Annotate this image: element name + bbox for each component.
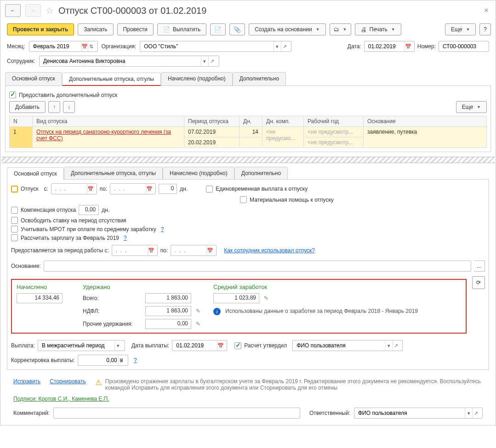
calendar-icon[interactable]: 📅 bbox=[405, 41, 411, 51]
open-ref-icon[interactable]: ↗ bbox=[208, 56, 216, 66]
storno-link[interactable]: Сторнировать bbox=[50, 378, 86, 385]
period-to-label: по: bbox=[160, 247, 168, 254]
other-label: Прочие удержания: bbox=[83, 321, 143, 327]
cell-vacation-type[interactable]: Отпуск на период санаторно-курортного ле… bbox=[36, 129, 171, 142]
signatures-link[interactable]: Подписи: Кротов С.И., Каменева Е.П. bbox=[13, 396, 109, 402]
warning-icon: ⚠ bbox=[95, 378, 102, 387]
structure-button[interactable]: ▼ bbox=[330, 23, 351, 35]
correction-field[interactable] bbox=[81, 355, 118, 365]
help-link[interactable]: ? bbox=[134, 357, 137, 363]
tab2-additional[interactable]: Дополнительные отпуска, отгулы bbox=[64, 167, 163, 179]
payment-date-field[interactable] bbox=[175, 340, 217, 351]
calendar-icon[interactable]: 📅 bbox=[146, 184, 153, 194]
tab-additional[interactable]: Дополнительные отпуска, отгулы bbox=[62, 73, 161, 86]
month-field[interactable] bbox=[32, 41, 81, 51]
grant-additional-checkbox[interactable] bbox=[9, 91, 16, 98]
calc-month-label: Рассчитать зарплату за Февраль 2019 bbox=[21, 235, 119, 241]
calendar-icon[interactable]: 📅 bbox=[206, 245, 213, 255]
help-link[interactable]: ? bbox=[161, 226, 164, 233]
tab-extra[interactable]: Дополнительно bbox=[233, 72, 286, 85]
onetime-checkbox[interactable] bbox=[206, 186, 213, 193]
how-used-link[interactable]: Как сотрудник использовал отпуск? bbox=[224, 247, 315, 254]
calendar-icon[interactable]: 📅 bbox=[81, 41, 88, 51]
material-checkbox[interactable] bbox=[240, 196, 247, 203]
chevron-down-icon[interactable]: ▾ bbox=[274, 41, 281, 51]
tab2-extra[interactable]: Дополнительно bbox=[234, 167, 288, 179]
chevron-down-icon[interactable]: ▾ bbox=[465, 408, 472, 418]
free-rate-checkbox[interactable] bbox=[11, 217, 18, 224]
more-button[interactable]: Еще ▼ bbox=[445, 23, 476, 35]
attach-button[interactable] bbox=[229, 23, 245, 35]
payment-label: Выплата: bbox=[11, 342, 35, 349]
calc-icon[interactable]: 🖩 bbox=[118, 355, 125, 365]
org-field[interactable] bbox=[143, 41, 274, 51]
calendar-icon[interactable]: 📅 bbox=[148, 245, 154, 255]
basis-field[interactable] bbox=[47, 261, 468, 271]
calendar-icon[interactable]: 📅 bbox=[217, 340, 224, 351]
fix-link[interactable]: Исправить bbox=[13, 378, 40, 385]
info-text: Использованы данные о заработке за перио… bbox=[225, 308, 418, 314]
pencil-icon[interactable]: ✎ bbox=[264, 295, 268, 301]
col-days: Дн. bbox=[239, 116, 262, 127]
add-row-button[interactable]: Добавить bbox=[9, 101, 46, 113]
org-label: Организация: bbox=[102, 43, 137, 50]
info-icon: i bbox=[213, 308, 221, 315]
table-row[interactable]: 1 Отпуск на период санаторно-курортного … bbox=[10, 127, 487, 137]
star-icon[interactable]: ☆ bbox=[46, 5, 54, 16]
period-to-field[interactable] bbox=[174, 245, 206, 255]
ellipsis-button[interactable]: … bbox=[474, 261, 485, 272]
number-field[interactable] bbox=[442, 41, 486, 51]
comment-field[interactable] bbox=[57, 408, 297, 418]
refresh-button[interactable]: ⟳ bbox=[472, 276, 485, 289]
tab2-accrued[interactable]: Начислено (подробно) bbox=[163, 167, 234, 179]
responsible-field[interactable] bbox=[357, 408, 465, 418]
employee-field[interactable] bbox=[42, 56, 201, 66]
chevron-down-icon[interactable]: ▾ bbox=[114, 340, 122, 351]
save-button[interactable]: Записать bbox=[78, 23, 113, 35]
stepper-icon[interactable]: ⇅ bbox=[88, 41, 94, 51]
pencil-icon[interactable]: ✎ bbox=[196, 308, 200, 314]
sheet-button[interactable] bbox=[210, 23, 226, 35]
move-up-button[interactable]: ↑ bbox=[48, 101, 60, 113]
chevron-down-icon[interactable]: ▾ bbox=[385, 340, 393, 351]
help-link[interactable]: ? bbox=[124, 235, 127, 241]
open-ref-icon[interactable]: ↗ bbox=[281, 41, 288, 51]
nav-back-button[interactable]: ← bbox=[5, 4, 21, 17]
close-icon[interactable]: × bbox=[482, 6, 491, 15]
avg-value: 1 023,89 bbox=[213, 293, 259, 303]
free-rate-label: Освободить ставку на период отсутствия bbox=[21, 217, 126, 224]
comp-unit: дн. bbox=[102, 207, 109, 213]
open-ref-icon[interactable]: ↗ bbox=[472, 408, 479, 418]
approver-field[interactable] bbox=[296, 340, 385, 351]
table-more-button[interactable]: Еще ▼ bbox=[456, 101, 487, 113]
vac-to-field[interactable] bbox=[113, 184, 146, 194]
calc-month-checkbox[interactable] bbox=[11, 234, 18, 241]
from-label: с: bbox=[44, 186, 48, 192]
open-ref-icon[interactable]: ↗ bbox=[393, 340, 400, 351]
compensation-checkbox[interactable] bbox=[11, 207, 18, 214]
approved-checkbox[interactable] bbox=[234, 342, 241, 349]
post-button[interactable]: Провести bbox=[117, 23, 154, 35]
tab-main-vacation[interactable]: Основной отпуск bbox=[5, 72, 62, 85]
print-button[interactable]: Печать ▼ bbox=[355, 23, 401, 35]
cell-n: 1 bbox=[10, 127, 33, 148]
create-based-button[interactable]: Создать на основании ▼ bbox=[249, 23, 325, 35]
cell-basis: заявление, путевка bbox=[364, 127, 487, 148]
vacation-checkbox[interactable] bbox=[11, 186, 18, 193]
pencil-icon[interactable]: ✎ bbox=[196, 321, 200, 327]
post-and-close-button[interactable]: Провести и закрыть bbox=[7, 23, 74, 35]
help-button[interactable]: ? bbox=[479, 23, 491, 35]
tab2-main[interactable]: Основной отпуск bbox=[7, 167, 64, 180]
tab-accrued[interactable]: Начислено (подробно) bbox=[161, 72, 233, 85]
cell-comp: <не предусмо... bbox=[262, 127, 304, 148]
period-from-field[interactable] bbox=[115, 245, 148, 255]
pay-button[interactable]: Выплатить bbox=[157, 23, 207, 35]
payment-mode-field[interactable] bbox=[41, 340, 114, 351]
nav-fwd-button[interactable]: → bbox=[25, 4, 41, 17]
date-field[interactable] bbox=[367, 41, 405, 51]
calendar-icon[interactable]: 📅 bbox=[87, 184, 94, 194]
vac-from-field[interactable] bbox=[54, 184, 87, 194]
mrot-checkbox[interactable] bbox=[11, 226, 18, 233]
move-down-button[interactable]: ↓ bbox=[63, 101, 75, 113]
chevron-down-icon[interactable]: ▾ bbox=[201, 56, 209, 66]
